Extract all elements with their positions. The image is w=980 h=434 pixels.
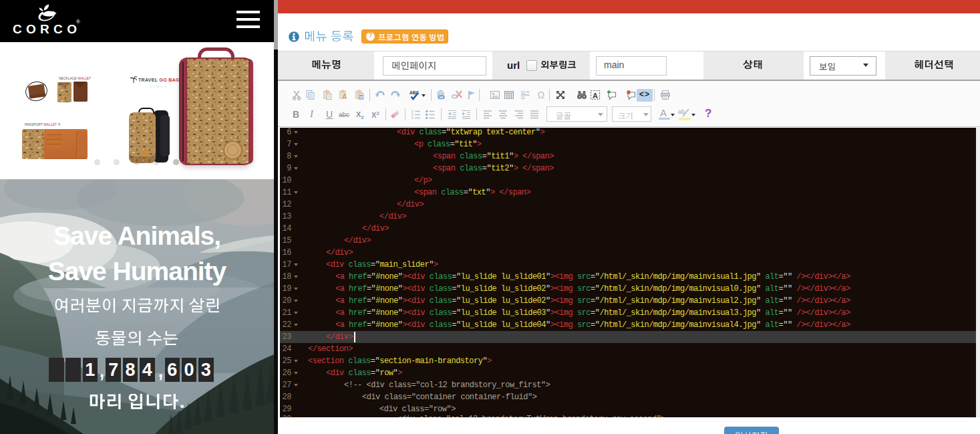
- svg-text:A: A: [593, 92, 598, 100]
- svg-text:Ω: Ω: [538, 90, 544, 100]
- svg-text:W: W: [359, 95, 363, 99]
- svg-text:3: 3: [412, 116, 414, 120]
- svg-text:A: A: [342, 93, 347, 100]
- svg-text:A: A: [396, 110, 399, 114]
